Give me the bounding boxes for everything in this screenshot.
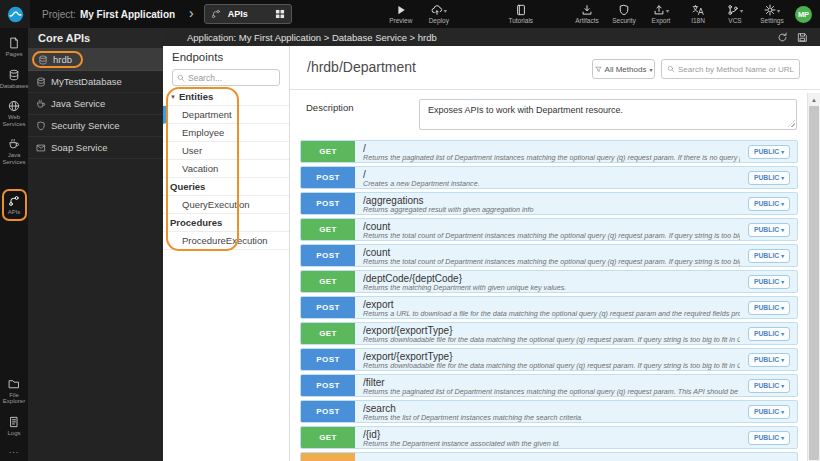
- api-endpoint-row[interactable]: POST /filter Returns the paginated list …: [300, 374, 798, 397]
- settings-button[interactable]: ▾ Settings: [759, 4, 785, 24]
- sidebar-item-java-services[interactable]: Java Services: [1, 138, 28, 165]
- caret-down-icon: ▾: [740, 7, 743, 14]
- access-dropdown[interactable]: PUBLIC ▾: [748, 353, 790, 367]
- api-endpoint-row[interactable]: GET /count Returns the total count of De…: [300, 218, 798, 241]
- endpoint-path: /deptCode/{deptCode}: [363, 273, 740, 284]
- access-dropdown[interactable]: PUBLIC ▾: [748, 431, 790, 445]
- play-icon: [395, 4, 407, 16]
- endpoint-path: /count: [363, 247, 740, 258]
- more-options-button[interactable]: ...: [9, 447, 20, 453]
- deploy-button[interactable]: ▾ Deploy: [426, 4, 452, 24]
- get-method-badge: GET: [301, 219, 355, 240]
- description-input[interactable]: Exposes APIs to work with Department res…: [419, 99, 797, 130]
- api-endpoint-row[interactable]: POST / Creates a new Department instance…: [300, 166, 798, 189]
- scroll-up-icon[interactable]: ▲: [808, 93, 820, 106]
- caret-down-icon: ▾: [781, 383, 784, 389]
- access-dropdown[interactable]: PUBLIC ▾: [748, 327, 790, 341]
- database-icon: [36, 77, 46, 87]
- tree-caret-icon: ▼: [170, 94, 176, 100]
- endpoints-group-queries[interactable]: ▼ Queries: [163, 178, 289, 196]
- i18n-icon: [692, 4, 704, 16]
- grid-icon[interactable]: [275, 9, 285, 19]
- caret-down-icon: ▾: [777, 7, 780, 14]
- caret-down-icon: ▾: [444, 7, 447, 14]
- search-icon: [667, 65, 675, 73]
- security-button[interactable]: ▾ Security: [611, 4, 637, 24]
- access-dropdown[interactable]: PUBLIC ▾: [748, 171, 790, 185]
- api-endpoint-row[interactable]: PUT PUBLIC ▾: [300, 452, 798, 461]
- sidebar-item-databases[interactable]: Databases: [1, 69, 28, 90]
- api-endpoint-row[interactable]: GET /{id} Returns the Department instanc…: [300, 426, 798, 449]
- preview-button[interactable]: ▾ Preview: [388, 4, 414, 24]
- i18n-button[interactable]: ▾ I18N: [685, 4, 711, 24]
- access-dropdown[interactable]: PUBLIC ▾: [748, 405, 790, 419]
- sidebar-item-logs[interactable]: Logs: [1, 416, 28, 437]
- chevron-right-icon: ›: [189, 5, 194, 21]
- endpoints-group-entities[interactable]: ▼ Entities: [163, 88, 289, 106]
- endpoints-group-procedures[interactable]: ▼ Procedures: [163, 214, 289, 232]
- endpoint-item-user[interactable]: User: [163, 142, 289, 160]
- endpoints-title: Endpoints: [163, 46, 289, 69]
- toolbar-right: ▾ Artifacts ▾ Security ▾ Export ▾ I18N ▾…: [574, 4, 785, 24]
- method-search[interactable]: [661, 59, 800, 79]
- api-endpoint-row[interactable]: POST /export/{exportType} Returns downlo…: [300, 348, 798, 371]
- api-endpoint-row[interactable]: POST /count Returns the total count of D…: [300, 244, 798, 267]
- post-method-badge: POST: [301, 349, 355, 370]
- access-dropdown[interactable]: PUBLIC ▾: [748, 379, 790, 393]
- endpoint-description: Returns the paginated list of Department…: [363, 154, 740, 162]
- access-dropdown[interactable]: PUBLIC ▾: [748, 275, 790, 289]
- sidebar-item-apis[interactable]: APIs: [2, 189, 27, 221]
- export-button[interactable]: ▾ Export: [648, 4, 674, 24]
- service-item-java-service[interactable]: Java Service: [28, 93, 163, 115]
- api-endpoint-row[interactable]: GET /export/{exportType} Returns downloa…: [300, 322, 798, 345]
- service-item-security-service[interactable]: Security Service: [28, 115, 163, 137]
- api-endpoint-row[interactable]: POST /search Returns the list of Departm…: [300, 400, 798, 423]
- tutorials-button[interactable]: ▾ Tutorials: [508, 4, 534, 24]
- endpoint-item-queryexecution[interactable]: QueryExecution: [163, 196, 289, 214]
- artifacts-button[interactable]: ▾ Artifacts: [574, 4, 600, 24]
- access-dropdown[interactable]: PUBLIC ▾: [748, 223, 790, 237]
- endpoint-description: Returns the Department instance associat…: [363, 440, 740, 448]
- sidebar-item-file-explorer[interactable]: File Explorer: [1, 378, 28, 405]
- access-dropdown[interactable]: PUBLIC ▾: [748, 197, 790, 211]
- tab-apis[interactable]: APIs: [204, 4, 292, 24]
- topbar: Project: My First Application › APIs ▾ P…: [0, 0, 820, 28]
- app-logo[interactable]: [0, 0, 30, 28]
- endpoint-item-vacation[interactable]: Vacation: [163, 160, 289, 178]
- scrollbar-thumb[interactable]: [809, 106, 819, 460]
- folder-icon: [8, 378, 20, 390]
- endpoint-path: /export/{exportType}: [363, 351, 740, 362]
- endpoints-search-input[interactable]: [188, 73, 275, 83]
- endpoints-search[interactable]: [172, 69, 280, 86]
- endpoint-item-employee[interactable]: Employee: [163, 124, 289, 142]
- method-search-input[interactable]: [678, 65, 794, 74]
- user-avatar[interactable]: MP: [795, 6, 812, 23]
- caret-down-icon: ▾: [666, 7, 669, 14]
- annotation-highlight-hrdb: hrdb: [32, 51, 83, 68]
- download-icon: [581, 4, 593, 16]
- api-endpoint-row[interactable]: GET / Returns the paginated list of Depa…: [300, 140, 798, 163]
- service-item-soap-service[interactable]: Soap Service: [28, 137, 163, 159]
- refresh-icon[interactable]: [777, 32, 788, 43]
- sidebar-item-pages[interactable]: Pages: [1, 37, 28, 58]
- project-label: Project:: [42, 9, 76, 20]
- endpoint-description: Returns a URL to download a file for the…: [363, 310, 740, 318]
- endpoint-item-department[interactable]: Department: [163, 106, 289, 124]
- api-endpoint-row[interactable]: GET /deptCode/{deptCode} Returns the mat…: [300, 270, 798, 293]
- access-dropdown[interactable]: PUBLIC ▾: [748, 249, 790, 263]
- save-icon[interactable]: [797, 32, 808, 43]
- api-endpoint-row[interactable]: POST /aggregations Returns aggregated re…: [300, 192, 798, 215]
- methods-filter-dropdown[interactable]: All Methods ▾: [592, 59, 655, 79]
- access-dropdown[interactable]: PUBLIC ▾: [748, 145, 790, 159]
- api-endpoint-row[interactable]: POST /export Returns a URL to download a…: [300, 296, 798, 319]
- book-icon: [515, 4, 527, 16]
- endpoint-description: Returns the total count of Department in…: [363, 232, 740, 240]
- access-dropdown[interactable]: PUBLIC ▾: [748, 301, 790, 315]
- endpoint-item-procedureexecution[interactable]: ProcedureExecution: [163, 232, 289, 250]
- post-method-badge: POST: [301, 245, 355, 266]
- scrollbar[interactable]: ▲: [807, 93, 820, 461]
- service-item-hrdb[interactable]: hrdb: [28, 49, 163, 71]
- vcs-button[interactable]: ▾ VCS: [722, 4, 748, 24]
- service-item-mytestdatabase[interactable]: MyTestDatabase: [28, 71, 163, 93]
- sidebar-item-web-services[interactable]: Web Services: [1, 100, 28, 127]
